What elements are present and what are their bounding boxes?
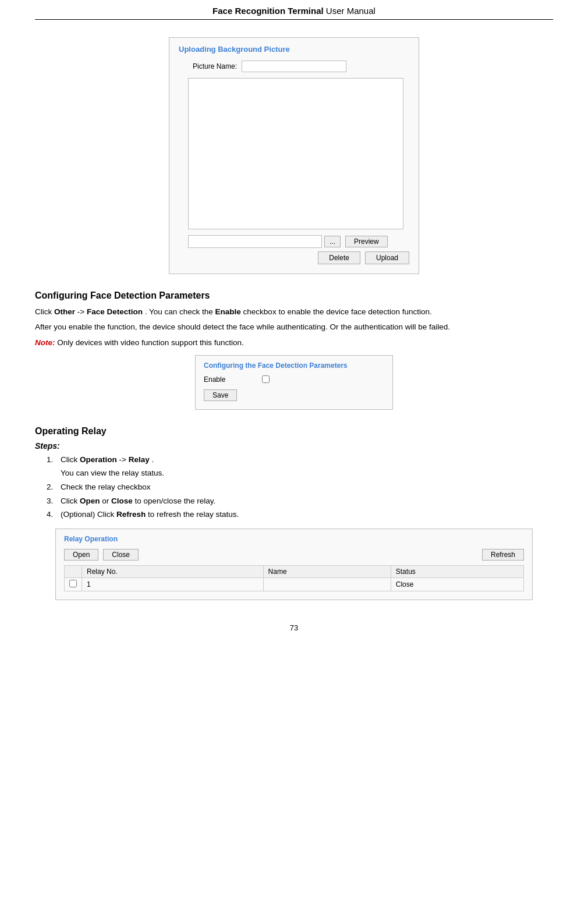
step3-click: Click xyxy=(61,497,80,505)
row-name xyxy=(263,577,391,591)
picture-name-row: Picture Name: xyxy=(179,61,409,72)
step3-or: or xyxy=(102,497,111,505)
file-path-input[interactable] xyxy=(188,235,322,248)
step3-open: Open xyxy=(80,497,100,505)
relay-table: Relay No. Name Status 1 Close xyxy=(64,565,524,591)
note-label: Note: xyxy=(35,338,55,347)
relay-btn-row: Open Close Refresh xyxy=(64,549,524,561)
relay-operation-dialog: Relay Operation Open Close Refresh Relay… xyxy=(55,529,533,600)
para1-arrow1: -> xyxy=(77,307,87,316)
face-detect-dialog-title: Configuring the Face Detection Parameter… xyxy=(204,361,384,370)
section2-heading: Operating Relay xyxy=(35,426,553,437)
relay-open-button[interactable]: Open xyxy=(64,549,98,561)
section-operating-relay: Operating Relay Steps: 1. Click Operatio… xyxy=(35,426,553,600)
step1-relay: Relay xyxy=(129,455,150,464)
col-relay-no: Relay No. xyxy=(82,565,264,577)
step2-text: Check the relay checkbox xyxy=(61,480,151,494)
note-text: Only devices with video function support… xyxy=(57,338,243,347)
para1-face: Face Detection xyxy=(87,307,143,316)
para1-enable: Enable xyxy=(215,307,241,316)
section1-heading: Configuring Face Detection Parameters xyxy=(35,290,553,301)
page-number: 73 xyxy=(290,623,298,632)
step3-suffix: to open/close the relay. xyxy=(135,497,216,505)
upload-background-dialog: Uploading Background Picture Picture Nam… xyxy=(169,37,419,274)
page-footer: 73 xyxy=(35,623,553,632)
delete-button[interactable]: Delete xyxy=(318,251,360,264)
steps-label: Steps: xyxy=(35,441,553,451)
image-preview-area xyxy=(188,78,403,229)
relay-table-header-row: Relay No. Name Status xyxy=(65,565,524,577)
relay-refresh-button[interactable]: Refresh xyxy=(482,549,524,561)
face-detect-dialog-container: Configuring the Face Detection Parameter… xyxy=(35,355,553,410)
section1-note: Note: Only devices with video function s… xyxy=(35,336,553,349)
upload-dialog-title: Uploading Background Picture xyxy=(179,45,409,54)
step4-suffix: to refresh the relay status. xyxy=(148,510,239,519)
face-detect-dialog: Configuring the Face Detection Parameter… xyxy=(195,355,393,410)
enable-checkbox[interactable] xyxy=(262,375,270,383)
step3: 3. Click Open or Close to open/close the… xyxy=(47,494,553,508)
upload-button[interactable]: Upload xyxy=(365,251,409,264)
page-header: Face Recognition Terminal User Manual xyxy=(35,0,553,20)
step1-sub: You can view the relay status. xyxy=(61,469,164,477)
relay-dialog-title: Relay Operation xyxy=(64,535,524,543)
col-name: Name xyxy=(263,565,391,577)
relay-close-button[interactable]: Close xyxy=(103,549,139,561)
row-checkbox-cell[interactable] xyxy=(65,577,82,591)
step1: 1. Click Operation -> Relay . You can vi… xyxy=(47,453,553,480)
step1-click: Click xyxy=(61,455,80,464)
face-detect-save-button[interactable]: Save xyxy=(204,389,237,401)
enable-row: Enable xyxy=(204,375,384,384)
col-checkbox xyxy=(65,565,82,577)
row-relay-no: 1 xyxy=(82,577,264,591)
step4-optional: (Optional) Click xyxy=(61,510,116,519)
header-title-bold: Face Recognition Terminal xyxy=(212,6,324,16)
step4: 4. (Optional) Click Refresh to refresh t… xyxy=(47,508,553,522)
para1-you: . You can check the xyxy=(145,307,215,316)
upload-dialog-container: Uploading Background Picture Picture Nam… xyxy=(35,37,553,274)
row-checkbox[interactable] xyxy=(69,580,77,587)
section1-para2: After you enable the function, the devic… xyxy=(35,321,553,334)
para1-rest: checkbox to enable the device face detec… xyxy=(243,307,432,316)
preview-button[interactable]: Preview xyxy=(345,236,388,247)
browse-button[interactable]: ... xyxy=(324,236,341,247)
upload-action-buttons: Delete Upload xyxy=(179,251,409,264)
header-title-rest: User Manual xyxy=(324,6,376,16)
steps-list: 1. Click Operation -> Relay . You can vi… xyxy=(35,453,553,522)
row-status: Close xyxy=(391,577,523,591)
section-face-detection: Configuring Face Detection Parameters Cl… xyxy=(35,290,553,410)
step2: 2. Check the relay checkbox xyxy=(47,480,553,494)
step1-arrow: -> xyxy=(119,455,129,464)
picture-name-label: Picture Name: xyxy=(179,62,237,70)
file-row: ... Preview xyxy=(188,235,409,248)
table-row: 1 Close xyxy=(65,577,524,591)
relay-dialog-container: Relay Operation Open Close Refresh Relay… xyxy=(35,522,553,600)
enable-label: Enable xyxy=(204,375,250,384)
step1-operation: Operation xyxy=(80,455,117,464)
picture-name-input[interactable] xyxy=(242,61,346,72)
step1-dot: . xyxy=(151,455,154,464)
step4-refresh: Refresh xyxy=(116,510,146,519)
col-status: Status xyxy=(391,565,523,577)
header-title: Face Recognition Terminal User Manual xyxy=(212,6,376,16)
step3-close: Close xyxy=(111,497,133,505)
section1-para1: Click Other -> Face Detection . You can … xyxy=(35,306,553,318)
para1-click: Click xyxy=(35,307,54,316)
para1-other: Other xyxy=(54,307,75,316)
